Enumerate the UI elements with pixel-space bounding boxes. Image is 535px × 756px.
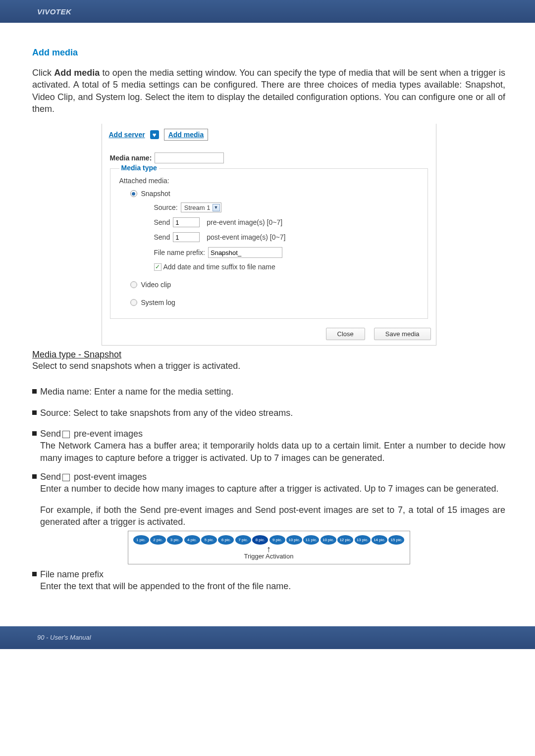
footer-page-label: 90 - User's Manual bbox=[37, 634, 91, 641]
bullet-file-prefix: File name prefix Enter the text that wil… bbox=[32, 568, 505, 593]
pic-row: 1 pic. 2 pic. 3 pic. 4 pic. 5 pic. 6 pic… bbox=[133, 535, 405, 545]
radio-system[interactable] bbox=[130, 299, 137, 306]
source-value: Stream 1 bbox=[184, 204, 211, 211]
pic-oval: 13 pic. bbox=[355, 535, 371, 545]
file-prefix-row: File name prefix: bbox=[154, 247, 419, 258]
pic-oval: 10 pic. bbox=[286, 535, 302, 545]
pic-oval: 6 pic. bbox=[218, 535, 234, 545]
radio-system-row[interactable]: System log bbox=[119, 294, 419, 311]
send-label-post: Send bbox=[154, 233, 170, 241]
bullet-source-text: Source: Select to take snapshots from an… bbox=[40, 407, 293, 419]
pre-event-row: Send pre-event image(s) [0~7] bbox=[154, 217, 419, 227]
file-prefix-label: File name prefix: bbox=[154, 249, 205, 256]
pre-event-input[interactable] bbox=[173, 217, 200, 227]
media-dialog: Add server ♥ Add media Media name: Media… bbox=[102, 124, 436, 346]
radio-snapshot-row[interactable]: Snapshot bbox=[119, 185, 419, 202]
bullet-icon bbox=[32, 410, 37, 415]
pic-oval: 2 pic. bbox=[150, 535, 166, 545]
post-event-row: Send post-event image(s) [0~7] bbox=[154, 232, 419, 242]
send-post-suffix: post-event images bbox=[71, 472, 147, 482]
pic-oval: 1 pic. bbox=[133, 535, 149, 545]
bullet-icon bbox=[32, 474, 37, 479]
input-placeholder-icon bbox=[62, 474, 70, 481]
radio-video[interactable] bbox=[130, 281, 137, 288]
intro-paragraph: Click Add media to open the media settin… bbox=[32, 67, 505, 115]
attached-media-label: Attached media: bbox=[119, 177, 419, 185]
pic-oval: 7 pic. bbox=[235, 535, 251, 545]
dialog-body: Media name: Media type Attached media: S… bbox=[102, 144, 436, 324]
bullet-media-name: Media name: Enter a name for the media s… bbox=[32, 386, 505, 398]
bullet-icon bbox=[32, 389, 37, 394]
pic-oval: 12 pic. bbox=[337, 535, 353, 545]
source-dropdown[interactable]: Stream 1 ▼ bbox=[181, 202, 221, 212]
section-title: Add media bbox=[32, 48, 505, 58]
bullet-pre-content: Send pre-event images The Network Camera… bbox=[40, 428, 505, 464]
radio-video-label: Video clip bbox=[141, 281, 171, 289]
bullet-pre-event: Send pre-event images The Network Camera… bbox=[32, 428, 505, 464]
suffix-checkbox-row: ✓ Add date and time suffix to file name bbox=[154, 263, 419, 271]
pic-oval: 4 pic. bbox=[184, 535, 200, 545]
snapshot-options: Source: Stream 1 ▼ Send pre-event image(… bbox=[119, 202, 419, 271]
media-name-label: Media name: bbox=[110, 154, 152, 162]
trigger-activation-label: Trigger Activation bbox=[244, 553, 294, 560]
pic-oval: 15 pic. bbox=[388, 535, 404, 545]
intro-rest: to open the media setting window. You ca… bbox=[32, 68, 505, 114]
input-placeholder-icon bbox=[62, 431, 70, 438]
file-prefix-input[interactable] bbox=[208, 247, 282, 258]
send-label-pre: Send bbox=[154, 218, 170, 226]
radio-snapshot[interactable] bbox=[130, 190, 137, 197]
bullet-media-name-text: Media name: Enter a name for the media s… bbox=[40, 386, 233, 398]
pre-event-suffix: pre-event image(s) [0~7] bbox=[207, 218, 282, 226]
status-heart-icon: ♥ bbox=[150, 130, 159, 139]
radio-snapshot-label: Snapshot bbox=[141, 190, 170, 198]
bullet-icon bbox=[32, 572, 37, 576]
send-pre-para: The Network Camera has a buffer area; it… bbox=[40, 440, 505, 464]
pic-oval: 3 pic. bbox=[167, 535, 183, 545]
check-icon: ✓ bbox=[155, 263, 160, 270]
trigger-diagram: 1 pic. 2 pic. 3 pic. 4 pic. 5 pic. 6 pic… bbox=[128, 531, 410, 564]
close-button[interactable]: Close bbox=[326, 328, 365, 340]
footer-bar: 90 - User's Manual bbox=[0, 626, 535, 649]
page-content: Add media Click Add media to open the me… bbox=[0, 23, 535, 608]
bullet-icon bbox=[32, 431, 37, 436]
bullet-source: Source: Select to take snapshots from an… bbox=[32, 407, 505, 419]
dialog-buttons: Close Save media bbox=[102, 324, 436, 345]
source-row: Source: Stream 1 ▼ bbox=[154, 202, 419, 212]
date-suffix-checkbox[interactable]: ✓ bbox=[154, 263, 161, 271]
dialog-tabs: Add server ♥ Add media bbox=[102, 124, 436, 144]
media-name-row: Media name: bbox=[110, 152, 428, 163]
save-media-button[interactable]: Save media bbox=[374, 328, 431, 340]
radio-system-label: System log bbox=[141, 299, 175, 306]
radio-video-row[interactable]: Video clip bbox=[119, 276, 419, 294]
pic-oval: 14 pic. bbox=[372, 535, 387, 545]
file-prefix-para: Enter the text that will be appended to … bbox=[40, 580, 291, 592]
media-name-input[interactable] bbox=[155, 152, 224, 163]
source-label: Source: bbox=[154, 203, 178, 211]
media-type-legend: Media type bbox=[119, 164, 159, 172]
media-type-heading: Media type - Snapshot bbox=[32, 350, 505, 360]
add-media-tab[interactable]: Add media bbox=[164, 129, 209, 141]
bullet-post-event: Send post-event images Enter a number to… bbox=[32, 471, 505, 495]
chevron-down-icon: ▼ bbox=[213, 204, 220, 211]
trigger-arrow-col: ↑ Trigger Activation bbox=[133, 546, 405, 560]
bullet-post-content: Send post-event images Enter a number to… bbox=[40, 471, 499, 495]
post-event-input[interactable] bbox=[173, 232, 200, 242]
pic-oval: 5 pic. bbox=[201, 535, 217, 545]
pic-oval: 9 pic. bbox=[269, 535, 285, 545]
send-pre-label: Send bbox=[40, 429, 61, 439]
file-prefix-title: File name prefix bbox=[40, 569, 104, 579]
header-bar: VIVOTEK bbox=[0, 0, 535, 23]
date-suffix-label: Add date and time suffix to file name bbox=[163, 263, 275, 271]
pic-oval: 11 pic. bbox=[303, 535, 319, 545]
intro-prefix: Click bbox=[32, 68, 54, 78]
pic-oval: 10 pic. bbox=[321, 535, 336, 545]
intro-bold: Add media bbox=[54, 68, 100, 78]
send-post-para: Enter a number to decide how many images… bbox=[40, 483, 499, 495]
example-para: For example, if both the Send pre-event … bbox=[32, 504, 505, 528]
media-type-sub: Select to send snapshots when a trigger … bbox=[32, 360, 505, 372]
add-server-tab[interactable]: Add server bbox=[109, 131, 145, 139]
send-post-label: Send bbox=[40, 472, 61, 482]
pic-oval-trigger: 8 pic. bbox=[252, 535, 268, 545]
send-pre-suffix: pre-event images bbox=[71, 429, 143, 439]
bullet-file-prefix-content: File name prefix Enter the text that wil… bbox=[40, 568, 291, 593]
